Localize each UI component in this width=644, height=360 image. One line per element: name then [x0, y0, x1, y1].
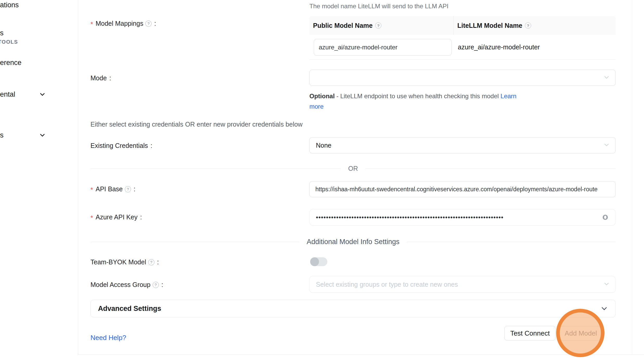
table-header-row: Public Model Name ? LiteLLM Model Name ? — [309, 16, 616, 35]
required-mark: * — [90, 186, 93, 194]
mode-help-text: Optional - LiteLLM endpoint to use when … — [309, 91, 528, 112]
model-access-group-label: Model Access Group ? : — [90, 281, 163, 289]
chevron-down-icon[interactable] — [39, 132, 46, 140]
api-base-input[interactable] — [309, 181, 616, 197]
chevron-down-icon — [603, 141, 610, 149]
sidebar-item-truncated-3[interactable]: erence — [0, 59, 22, 67]
chevron-down-icon[interactable] — [39, 91, 46, 99]
existing-credentials-select[interactable]: None — [309, 137, 616, 153]
column-header-public-model-name: Public Model Name ? — [309, 16, 454, 35]
sidebar-item-label: s — [0, 131, 4, 139]
required-mark: * — [90, 21, 93, 28]
help-glyph: ? — [150, 260, 152, 264]
azure-api-key-label: * Azure API Key : — [90, 213, 142, 221]
litellm-model-name-cell: azure_ai/azure-model-router — [454, 35, 616, 60]
team-byok-toggle[interactable] — [310, 257, 327, 266]
help-glyph: ? — [147, 22, 149, 25]
help-icon[interactable]: ? — [375, 22, 381, 29]
add-model-page: ations s TOOLS erence ental s The model … — [0, 0, 644, 360]
public-model-name-cell — [309, 35, 454, 60]
mode-select[interactable] — [309, 70, 616, 86]
chevron-down-icon — [603, 280, 610, 289]
help-glyph: ? — [377, 24, 380, 28]
required-mark: * — [90, 214, 93, 222]
label-text: Model Access Group — [90, 281, 151, 289]
sidebar: ations s TOOLS erence ental s — [0, 0, 48, 360]
label-text: Model Mappings — [96, 20, 143, 27]
divider-line — [365, 168, 616, 169]
azure-api-key-input[interactable]: ••••••••••••••••••••••••••••••••••••••••… — [309, 209, 616, 226]
masked-key-value: ••••••••••••••••••••••••••••••••••••••••… — [310, 214, 593, 221]
help-prefix: Optional — [309, 93, 335, 100]
panel-bottom-border — [78, 355, 644, 355]
model-access-group-placeholder: Select existing groups or type to create… — [310, 281, 458, 288]
model-access-group-select[interactable]: Select existing groups or type to create… — [309, 276, 616, 293]
chevron-down-icon — [603, 74, 610, 82]
sidebar-item-truncated-2[interactable]: s — [0, 29, 4, 37]
label-colon: : — [157, 258, 159, 266]
model-name-hint: The model name LiteLLM will send to the … — [309, 3, 448, 10]
help-icon[interactable]: ? — [125, 186, 131, 192]
label-colon: : — [109, 74, 111, 82]
test-connect-button[interactable]: Test Connect — [504, 326, 556, 341]
advanced-settings-title: Advanced Settings — [98, 305, 161, 313]
column-header-label: Public Model Name — [313, 22, 373, 29]
sidebar-item-truncated-1[interactable]: ations — [0, 1, 19, 9]
label-colon: : — [154, 20, 156, 27]
section-divider-text: Additional Model Info Settings — [299, 238, 407, 246]
toggle-knob — [310, 257, 319, 266]
panel-left-border — [78, 0, 78, 355]
sidebar-section-tools: TOOLS — [0, 39, 18, 45]
eye-icon[interactable] — [601, 214, 610, 221]
need-help-link[interactable]: Need Help? — [90, 334, 126, 342]
label-text: Mode — [90, 74, 107, 82]
model-mappings-label: * Model Mappings ? : — [90, 20, 156, 27]
team-byok-label: Team-BYOK Model ? : — [90, 258, 159, 266]
additional-settings-divider: Additional Model Info Settings — [90, 237, 616, 246]
api-base-label: * API Base ? : — [90, 185, 135, 193]
or-text: OR — [341, 165, 365, 172]
add-model-button[interactable]: Add Model — [559, 326, 603, 341]
label-text: Azure API Key — [96, 213, 138, 221]
divider-line — [407, 242, 616, 242]
model-mappings-table: Public Model Name ? LiteLLM Model Name ?… — [309, 16, 616, 60]
help-body: - LiteLLM endpoint to use when health ch… — [335, 93, 500, 100]
help-glyph: ? — [527, 24, 529, 28]
chevron-down-icon — [600, 305, 608, 312]
divider-line — [90, 242, 299, 242]
sidebar-item-label: erence — [0, 59, 22, 67]
column-header-label: LiteLLM Model Name — [457, 22, 522, 29]
litellm-model-name-value: azure_ai/azure-model-router — [458, 43, 540, 51]
help-glyph: ? — [127, 187, 129, 191]
help-glyph: ? — [155, 283, 157, 287]
column-header-litellm-model-name: LiteLLM Model Name ? — [454, 16, 616, 35]
label-colon: : — [151, 142, 152, 149]
table-row: azure_ai/azure-model-router — [309, 35, 616, 60]
sidebar-item-truncated-5[interactable]: s — [0, 131, 4, 139]
help-icon[interactable]: ? — [525, 22, 531, 29]
panel-right-border — [632, 0, 632, 355]
label-text: API Base — [96, 185, 123, 193]
label-colon: : — [134, 185, 135, 193]
help-icon[interactable]: ? — [145, 21, 152, 27]
or-divider: OR — [90, 164, 616, 173]
sidebar-item-truncated-4[interactable]: ental — [0, 90, 15, 99]
sidebar-item-label: ations — [0, 1, 19, 9]
help-icon[interactable]: ? — [148, 259, 154, 265]
mode-label: Mode : — [90, 74, 111, 82]
label-colon: : — [161, 281, 163, 289]
sidebar-item-label: s — [0, 29, 4, 37]
public-model-name-input[interactable] — [314, 39, 452, 56]
existing-credentials-value: None — [310, 142, 331, 149]
credentials-note: Either select existing credentials OR en… — [90, 121, 303, 128]
existing-credentials-label: Existing Credentials : — [90, 142, 152, 149]
divider-line — [90, 168, 341, 169]
label-text: Existing Credentials — [90, 142, 148, 149]
sidebar-section-label: TOOLS — [0, 39, 18, 45]
advanced-settings-panel[interactable]: Advanced Settings — [90, 300, 616, 317]
label-colon: : — [140, 213, 142, 221]
help-icon[interactable]: ? — [153, 282, 159, 288]
sidebar-item-label: ental — [0, 90, 15, 98]
label-text: Team-BYOK Model — [90, 258, 146, 266]
